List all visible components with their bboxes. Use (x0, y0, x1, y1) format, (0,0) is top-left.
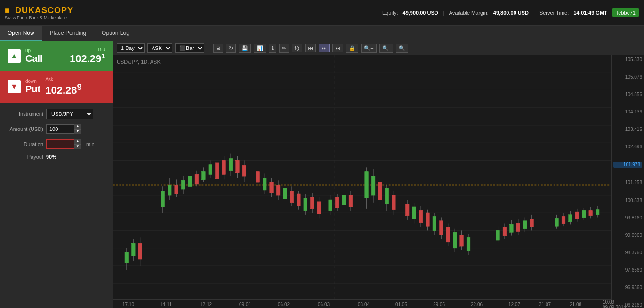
svg-rect-49 (263, 178, 266, 190)
draw-button[interactable]: ✏ (279, 44, 289, 53)
tab-place-pending[interactable]: Place Pending (42, 26, 94, 41)
call-button[interactable]: ▲ up Call Bid 102.291 (0, 41, 113, 71)
amount-up-button[interactable]: ▲ (74, 124, 81, 129)
svg-rect-83 (392, 195, 395, 210)
time-label: 09.01 (239, 302, 251, 307)
zoom-in-button[interactable]: 🔍+ (361, 44, 376, 53)
price-tick: 105.076 (613, 74, 642, 80)
svg-rect-73 (349, 195, 353, 207)
svg-rect-119 (562, 217, 565, 224)
time-label: 10.09 09.09.2014 (603, 300, 626, 308)
margin-label: Available Margin: (449, 10, 489, 16)
call-price-type: Bid (70, 47, 105, 52)
svg-rect-69 (335, 197, 339, 208)
logo-brand: ■ DUKASCOPY (5, 6, 75, 16)
payout-value: 90% (46, 154, 56, 160)
prev-button[interactable]: ⏮ (305, 44, 316, 52)
price-tick: 103.416 (613, 127, 642, 132)
new-chart-button[interactable]: ⊞ (213, 44, 223, 53)
time-label: 14.11 (160, 302, 172, 307)
svg-rect-57 (290, 191, 294, 203)
instrument-select[interactable]: USD/JPY (46, 109, 93, 119)
chart-type-select[interactable]: ⬛Bar (175, 43, 204, 53)
svg-rect-21 (161, 191, 165, 207)
svg-rect-47 (256, 172, 260, 182)
price-tick: 96.9360 (613, 285, 642, 290)
header: ■ DUKASCOPY Swiss Forex Bank & Marketpla… (0, 0, 644, 26)
lock-button[interactable]: 🔒 (346, 44, 358, 53)
svg-rect-97 (446, 227, 450, 242)
svg-rect-29 (188, 176, 192, 186)
price-tick: 102.696 (613, 144, 642, 149)
zoom-reset-button[interactable]: 🔍 (396, 44, 408, 53)
time-axis: 17.10 14.11 12.12 09.01 06.02 06.03 03.0… (113, 299, 611, 308)
put-arrow-icon: ▼ (8, 80, 21, 93)
price-tick: 104.856 (613, 92, 642, 97)
duration-input[interactable] (46, 139, 74, 149)
equity-label: Equity: (382, 10, 398, 16)
duration-unit: min (86, 141, 95, 147)
logo: ■ DUKASCOPY Swiss Forex Bank & Marketpla… (5, 6, 75, 20)
svg-rect-105 (496, 230, 500, 240)
chart-toolbar: 1 Day ASK ⬛Bar | ⊞ ↻ 💾 📊 ℹ ✏ f() ⏮ ⏭ ⏭ 🔒… (113, 41, 644, 55)
time-label: 17.10 (122, 302, 134, 307)
svg-rect-35 (209, 165, 212, 174)
put-main-label: Put (25, 84, 40, 95)
svg-rect-125 (582, 211, 586, 218)
time-label: 06.03 (318, 302, 330, 307)
server-time-value: 14:01:49 GMT (573, 10, 607, 16)
tab-open-now[interactable]: Open Now (0, 26, 42, 41)
svg-rect-67 (329, 200, 332, 210)
bar-chart-icon[interactable]: 📊 (254, 44, 266, 53)
svg-rect-107 (503, 227, 507, 236)
svg-rect-123 (575, 212, 579, 219)
function-button[interactable]: f() (292, 44, 302, 52)
svg-rect-121 (569, 215, 572, 222)
amount-down-button[interactable]: ▼ (74, 129, 81, 134)
price-type-select[interactable]: ASK (147, 43, 172, 53)
put-price: 102.289 (45, 82, 82, 97)
put-price-group: Ask 102.289 (45, 77, 82, 97)
svg-rect-55 (283, 188, 287, 199)
call-label-group: up Call (25, 48, 65, 64)
save-button[interactable]: 💾 (239, 44, 251, 53)
payout-label: Payout (6, 154, 43, 160)
amount-label: Amount (USD) (6, 126, 43, 132)
amount-input[interactable] (46, 124, 74, 134)
duration-spinner: ▲ ▼ (46, 139, 81, 149)
duration-spin-buttons: ▲ ▼ (74, 139, 81, 149)
call-direction: up (25, 48, 65, 53)
svg-rect-109 (510, 224, 514, 232)
duration-up-button[interactable]: ▲ (74, 139, 81, 144)
call-price: 102.291 (70, 52, 105, 65)
next-button[interactable]: ⏭ (332, 44, 343, 52)
amount-spinner: ▲ ▼ (46, 124, 81, 134)
play-button[interactable]: ⏭ (319, 44, 330, 52)
time-label: 22.06 (471, 302, 483, 307)
timeframe-select[interactable]: 1 Day (117, 43, 145, 53)
price-tick: 99.8160 (613, 215, 642, 220)
svg-rect-39 (222, 160, 226, 174)
tab-option-log[interactable]: Option Log (94, 26, 137, 41)
price-scale: 105.330 105.076 104.856 104.136 103.416 … (611, 55, 644, 308)
zoom-out-button[interactable]: 🔍- (379, 44, 394, 53)
logo-tagline: Swiss Forex Bank & Marketplace (5, 16, 75, 20)
price-tick: 98.3760 (613, 250, 642, 255)
put-button[interactable]: ▼ down Put Ask 102.289 (0, 71, 113, 103)
call-arrow-icon: ▲ (8, 49, 21, 63)
main-content: ▲ up Call Bid 102.291 ▼ down Put Ask (0, 41, 644, 308)
svg-rect-101 (460, 235, 464, 246)
server-time-label: Server Time: (539, 10, 569, 16)
user-badge[interactable]: Tebbe71 (612, 8, 639, 17)
current-price-tick: 101.978 (613, 162, 642, 168)
info-button[interactable]: ℹ (269, 44, 276, 53)
svg-rect-41 (229, 159, 233, 171)
chart-area: 1 Day ASK ⬛Bar | ⊞ ↻ 💾 📊 ℹ ✏ f() ⏮ ⏭ ⏭ 🔒… (113, 41, 644, 308)
price-tick: 101.258 (613, 180, 642, 185)
svg-rect-31 (195, 174, 199, 184)
time-label: 12.12 (200, 302, 212, 307)
refresh-button[interactable]: ↻ (226, 44, 236, 53)
duration-down-button[interactable]: ▼ (74, 144, 81, 149)
svg-rect-111 (516, 224, 520, 232)
duration-label: Duration (6, 141, 43, 147)
